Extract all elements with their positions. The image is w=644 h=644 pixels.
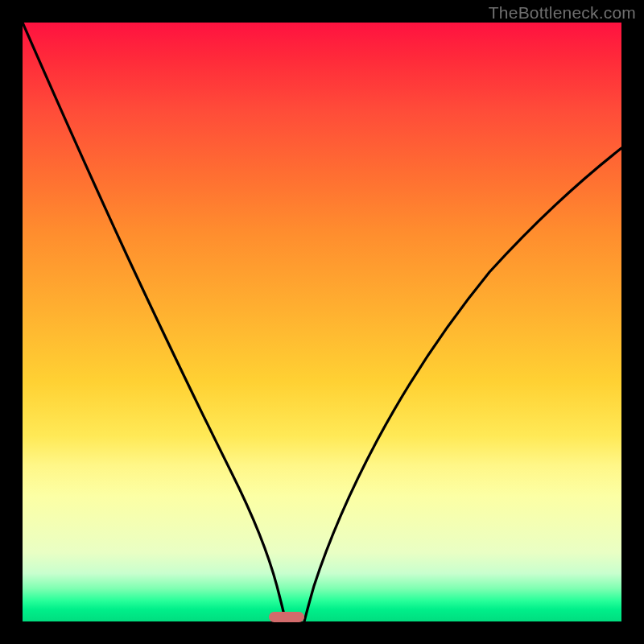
plot-area: [23, 23, 621, 621]
frame: TheBottleneck.com: [0, 0, 644, 644]
right-curve-path: [304, 148, 621, 621]
ideal-marker: [269, 612, 304, 622]
watermark-text: TheBottleneck.com: [489, 3, 636, 23]
bottleneck-curves: [23, 23, 621, 621]
left-curve-path: [23, 23, 286, 621]
